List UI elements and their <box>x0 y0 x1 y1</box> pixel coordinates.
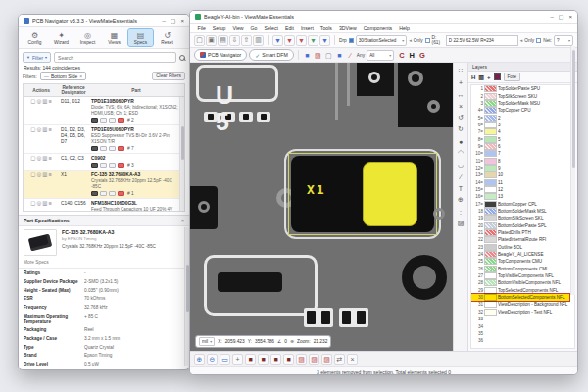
layer-row[interactable]: 1 TopSolderPaste SPU <box>471 85 569 92</box>
layer-row[interactable]: 8= 5 <box>471 135 569 142</box>
nav-titlebar[interactable]: PCB Navigator v3.3.3 - ViewMateEssential… <box>19 15 189 27</box>
layer-row[interactable]: 7= 4 <box>471 128 569 135</box>
layer-color-swatch[interactable] <box>485 209 496 214</box>
zoom-tool-icon[interactable]: ■ <box>245 354 256 365</box>
prev-net-icon[interactable]: ◂ <box>520 37 523 43</box>
layer-row[interactable]: 21 PlatedDrills PTH <box>471 229 569 236</box>
open-part-icon[interactable]: ▢ <box>30 127 35 133</box>
layer-color-swatch[interactable] <box>485 86 496 91</box>
selection-mode-dropdown[interactable]: 30/StationSelected ▾ <box>356 35 407 46</box>
active-color-swatch[interactable] <box>494 74 501 80</box>
locate-part-icon[interactable]: ◎ <box>36 172 41 178</box>
layer-color-swatch[interactable] <box>485 295 496 300</box>
select-tool-icon[interactable]: ▨ <box>314 51 322 60</box>
layer-color-swatch[interactable] <box>485 216 496 220</box>
vm-titlebar[interactable]: BeagleY-AI-bin - ViewMate Essentials – ▢… <box>190 11 577 24</box>
edit-tool-icon[interactable]: ↻ <box>455 123 466 135</box>
layer-color-swatch[interactable] <box>485 202 496 207</box>
more-specs-link[interactable]: More Specs <box>19 258 189 269</box>
select-tool-icon[interactable]: ▢ <box>324 51 333 60</box>
any-dropdown[interactable]: All ▾ <box>367 50 394 61</box>
layer-color-swatch[interactable] <box>485 172 496 177</box>
layer-row[interactable]: 28 BottomVisibleComponents NFL <box>471 279 569 286</box>
pdf-icon[interactable] <box>118 118 124 122</box>
menu-item[interactable]: Select <box>261 25 281 31</box>
layer-row[interactable]: 12= 9 <box>471 165 569 172</box>
vm-minimize-button[interactable]: – <box>550 14 553 20</box>
layer-row[interactable]: 10= 7 <box>471 150 569 157</box>
layer-color-swatch[interactable] <box>485 180 496 185</box>
compare-part-icon[interactable]: ≡ <box>49 201 52 207</box>
layer-row[interactable]: 24 BeagleY_AI_LICENSE <box>471 251 569 258</box>
datasheet-icon[interactable] <box>91 118 98 122</box>
zoom-tool-icon[interactable]: ⊕ <box>194 354 205 365</box>
layer-color-swatch[interactable] <box>485 137 496 142</box>
x1-selected-pad[interactable] <box>363 162 417 226</box>
edit-tool-icon[interactable]: ↔ <box>455 88 466 100</box>
layer-color-swatch[interactable] <box>485 223 496 228</box>
zoom-tool-icon[interactable]: ■ <box>270 354 281 365</box>
select-tool-icon[interactable]: ∕ <box>346 51 355 60</box>
layer-row[interactable]: 18 BottomSolderMask MSL <box>471 208 569 215</box>
zoom-tool-icon[interactable]: ⇄ <box>334 354 345 365</box>
layer-row[interactable]: 13= 10 <box>471 172 569 178</box>
info-icon[interactable] <box>100 146 107 151</box>
layer-row[interactable]: 34 <box>471 322 569 329</box>
filter-button[interactable]: ▼ Filter ▾ <box>23 52 51 63</box>
edit-tool-icon[interactable]: ◡ <box>455 159 466 171</box>
layer-color-swatch[interactable] <box>485 324 496 329</box>
layer-color-swatch[interactable] <box>485 237 496 242</box>
layer-color-swatch[interactable] <box>485 259 496 264</box>
edit-tool-icon[interactable]: T <box>455 182 466 194</box>
search-icon[interactable] <box>179 55 185 61</box>
datasheet-icon[interactable] <box>91 146 98 151</box>
menu-item[interactable]: Insert <box>297 25 317 31</box>
layer-row[interactable]: 17= BottomCopper CPL <box>471 201 569 208</box>
copy-part-icon[interactable]: ▥ <box>42 99 47 105</box>
hide-layers-icon[interactable]: H <box>471 74 475 80</box>
layer-color-swatch[interactable] <box>485 101 496 106</box>
fore-button[interactable]: Fore <box>504 73 520 81</box>
layer-color-swatch[interactable] <box>485 288 496 293</box>
pdf-icon[interactable] <box>118 163 124 168</box>
zoom-tool-icon[interactable]: ■ <box>258 354 269 365</box>
dcode-input[interactable] <box>447 38 517 43</box>
layer-row[interactable]: 14= 11 <box>471 178 569 185</box>
zoom-tool-icon[interactable]: ▨ <box>309 354 319 365</box>
layer-color-swatch[interactable] <box>485 273 496 278</box>
zoom-tool-icon[interactable]: ⊖ <box>207 354 218 365</box>
edit-tool-icon[interactable]: ∕ <box>455 171 466 182</box>
layer-color-swatch[interactable] <box>485 151 496 156</box>
open-part-icon[interactable]: ▢ <box>30 156 35 162</box>
target-icon[interactable]: ⊕ <box>290 339 294 344</box>
pdf-icon[interactable] <box>118 146 124 151</box>
nav-tool-button[interactable]: ✦ Wizard <box>49 29 74 46</box>
view-toggle-icon[interactable]: ▼ <box>272 35 283 46</box>
prev-dcode-icon[interactable]: ◂ <box>409 37 412 43</box>
table-row[interactable]: ▢ ◎ ▥ ≡ X1 FC-135 32.7680KA-A3 Crystals … <box>24 171 184 199</box>
nav-tool-button[interactable]: ▦ Views <box>102 29 126 46</box>
layer-row[interactable]: 6= 3 <box>471 122 569 128</box>
layer-color-swatch[interactable] <box>485 122 496 127</box>
toolbar-icon[interactable]: ▣ <box>206 35 217 46</box>
locate-part-icon[interactable]: ◎ <box>36 99 41 105</box>
nav-close-button[interactable]: × <box>180 18 184 24</box>
open-part-icon[interactable]: ▢ <box>30 172 35 178</box>
pattern-icon[interactable]: ▥ <box>478 74 484 80</box>
letter-button[interactable]: G <box>418 51 426 60</box>
menu-item[interactable]: Help <box>396 25 414 31</box>
datasheet-icon[interactable] <box>91 191 98 196</box>
only-net-checkbox[interactable] <box>536 38 541 43</box>
smart-dfm-button[interactable]: ✓ Smart DFM <box>249 49 294 61</box>
compare-part-icon[interactable]: ≡ <box>49 127 52 133</box>
zoom-tool-icon[interactable]: ▨ <box>296 354 307 365</box>
layer-row[interactable]: 22 PlatedInternalRoute RFI <box>471 236 569 243</box>
nav-tool-button[interactable]: ⚙ Config <box>23 29 47 46</box>
layer-row[interactable]: 29 TopSelectedComponents NFL <box>471 287 569 294</box>
layer-row[interactable]: 27 TopVisibleComponents NFL <box>471 272 569 279</box>
toolbar-icon[interactable]: ⇧ <box>241 35 252 46</box>
nav-minimize-button[interactable]: – <box>162 18 165 24</box>
toolbar-icon[interactable]: ▥ <box>253 35 264 46</box>
layer-row[interactable]: 31 ViewDescription - Background NFL <box>471 301 569 308</box>
copy-part-icon[interactable]: ▥ <box>42 201 47 207</box>
